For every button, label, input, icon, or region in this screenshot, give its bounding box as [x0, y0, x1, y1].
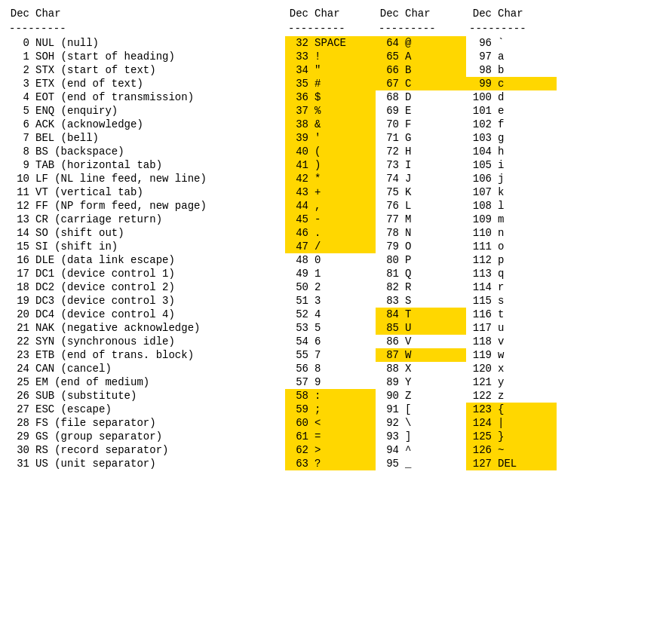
dec-value: 53	[288, 322, 315, 334]
divider: ---------	[376, 21, 466, 36]
table-row: 26SUB (substitute)	[6, 389, 285, 403]
dec-value: 48	[288, 254, 315, 266]
char-value: M	[405, 213, 463, 225]
dec-value: 98	[469, 64, 498, 76]
dec-value: 23	[9, 349, 35, 361]
table-row: 58:	[285, 389, 376, 403]
char-value: r	[498, 281, 554, 293]
dec-value: 54	[288, 335, 315, 348]
dec-value: 21	[9, 322, 35, 334]
char-value: [	[405, 403, 463, 415]
char-value: VT (vertical tab)	[35, 186, 282, 198]
char-value: f	[498, 118, 554, 130]
table-row: 90Z	[376, 389, 466, 403]
table-row: 20DC4 (device control 4)	[6, 308, 285, 321]
table-row: 115s	[466, 294, 557, 308]
dec-value: 109	[469, 213, 498, 225]
table-row: 93]	[376, 430, 466, 443]
dec-value: 51	[288, 295, 315, 307]
table-row: 76L	[376, 199, 466, 213]
char-value: X	[405, 363, 463, 375]
table-row: 29GS (group separator)	[6, 430, 285, 443]
char-value: ^	[405, 444, 463, 456]
char-value: 6	[315, 335, 373, 348]
table-row: 41)	[285, 158, 376, 172]
dec-value: 25	[9, 376, 35, 388]
table-row: 98b	[466, 63, 557, 77]
dec-value: 12	[9, 200, 35, 212]
table-row: 42*	[285, 172, 376, 185]
char-header: Char	[498, 8, 554, 20]
column-section-4: DecChar---------96`97a98b99c100d101e102f…	[466, 6, 557, 470]
char-value: H	[405, 145, 463, 158]
dec-value: 76	[379, 200, 405, 212]
table-row: 108l	[466, 199, 557, 213]
table-row: 557	[285, 348, 376, 362]
ascii-table: DecChar---------0NUL (null)1SOH (start o…	[6, 6, 666, 470]
char-value: c	[498, 78, 554, 90]
table-row: 4EOT (end of transmission)	[6, 90, 285, 104]
dec-value: 37	[288, 105, 315, 117]
dec-value: 27	[9, 403, 35, 415]
char-value: T	[405, 308, 463, 320]
dec-value: 14	[9, 227, 35, 239]
dec-value: 106	[469, 173, 498, 185]
dec-value: 19	[9, 295, 35, 307]
table-row: 81Q	[376, 267, 466, 280]
char-value: z	[498, 390, 554, 402]
table-row: 120x	[466, 362, 557, 375]
table-row: 12FF (NP form feed, new page)	[6, 199, 285, 213]
column-header: DecChar	[466, 6, 557, 21]
dec-value: 120	[469, 363, 498, 375]
table-row: 83S	[376, 294, 466, 308]
char-value: {	[498, 403, 554, 415]
char-value: d	[498, 91, 554, 103]
table-row: 101e	[466, 104, 557, 118]
char-value: CR (carriage return)	[35, 213, 282, 225]
char-value: LF (NL line feed, new line)	[35, 173, 282, 185]
char-value: EOT (end of transmission)	[35, 91, 282, 103]
table-row: 64@	[376, 36, 466, 50]
dec-value: 105	[469, 159, 498, 171]
dec-value: 52	[288, 308, 315, 320]
table-row: 86V	[376, 335, 466, 348]
dec-value: 70	[379, 118, 405, 130]
char-value: C	[405, 78, 463, 90]
dec-value: 42	[288, 173, 315, 185]
dec-value: 66	[379, 64, 405, 76]
dec-value: 68	[379, 91, 405, 103]
dec-value: 79	[379, 240, 405, 253]
column-section-2: DecChar---------32SPACE33!34"35#36$37%38…	[285, 6, 376, 470]
dec-value: 125	[469, 430, 498, 443]
dec-value: 64	[379, 37, 405, 49]
char-value: SUB (substitute)	[35, 390, 282, 402]
table-row: 91[	[376, 403, 466, 416]
char-value: Y	[405, 376, 463, 388]
dec-value: 92	[379, 417, 405, 429]
table-row: 62>	[285, 443, 376, 457]
table-row: 79O	[376, 240, 466, 253]
table-row: 491	[285, 267, 376, 280]
table-row: 18DC2 (device control 2)	[6, 280, 285, 294]
char-value: TAB (horizontal tab)	[35, 159, 282, 171]
table-row: 96`	[466, 36, 557, 50]
dec-value: 108	[469, 200, 498, 212]
table-row: 67C	[376, 77, 466, 90]
dec-value: 122	[469, 390, 498, 402]
dec-value: 95	[379, 458, 405, 470]
table-row: 111o	[466, 240, 557, 253]
table-row: 105i	[466, 158, 557, 172]
table-row: 9TAB (horizontal tab)	[6, 158, 285, 172]
char-value: 8	[315, 363, 373, 375]
dec-value: 55	[288, 349, 315, 361]
char-value: US (unit separator)	[35, 458, 282, 470]
table-row: 95_	[376, 457, 466, 470]
table-row: 6ACK (acknowledge)	[6, 118, 285, 131]
dec-value: 11	[9, 186, 35, 198]
char-value: CAN (cancel)	[35, 363, 282, 375]
dec-value: 110	[469, 227, 498, 239]
dec-value: 50	[288, 281, 315, 293]
table-row: 22SYN (synchronous idle)	[6, 335, 285, 348]
table-row: 63?	[285, 457, 376, 470]
dec-value: 4	[9, 91, 35, 103]
